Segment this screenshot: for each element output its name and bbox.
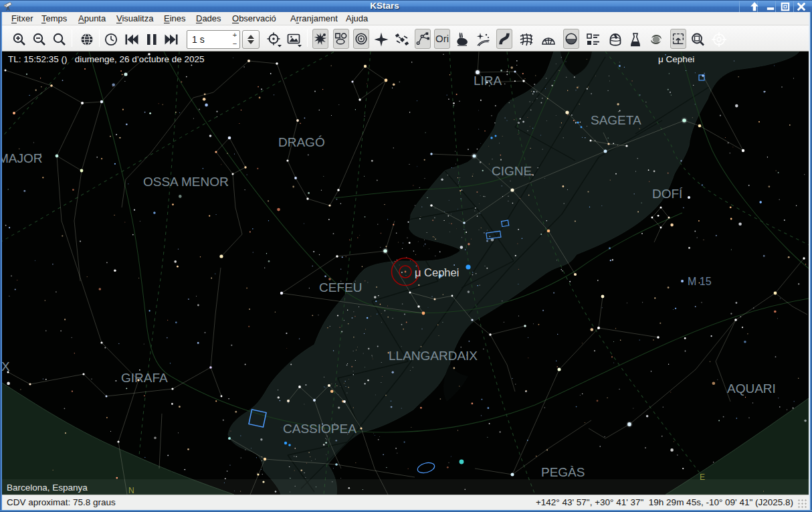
svg-text:DOFÍ: DOFÍ [652, 187, 683, 201]
svg-text:DRAGÓ: DRAGÓ [278, 135, 325, 149]
svg-text:OSSA MENOR: OSSA MENOR [143, 175, 229, 189]
svg-text:μ Cephei: μ Cephei [415, 266, 459, 278]
svg-text:X: X [2, 359, 10, 373]
svg-text:SAGETA: SAGETA [591, 113, 641, 127]
svg-text:LIRA: LIRA [474, 74, 502, 88]
svg-text:PEGÀS: PEGÀS [541, 465, 585, 479]
svg-text:Barcelona, Espanya: Barcelona, Espanya [7, 483, 88, 493]
svg-text:μ Cephei: μ Cephei [658, 54, 694, 64]
svg-text:GIRAFA: GIRAFA [121, 371, 168, 385]
svg-text:CIGNE: CIGNE [492, 164, 532, 178]
svg-text:CASSIOPEA: CASSIOPEA [283, 422, 357, 436]
svg-text:CEFEU: CEFEU [319, 280, 362, 294]
svg-text:M 15: M 15 [688, 276, 712, 287]
svg-text:TL: 15:52:35 () diumenge, 26: TL: 15:52:35 () diumenge, 26 d’octubre d… [8, 54, 204, 64]
svg-text:MAJOR: MAJOR [2, 151, 43, 165]
svg-text:LLANGARDAIX: LLANGARDAIX [389, 349, 478, 363]
svg-text:AQUARI: AQUARI [727, 381, 776, 396]
